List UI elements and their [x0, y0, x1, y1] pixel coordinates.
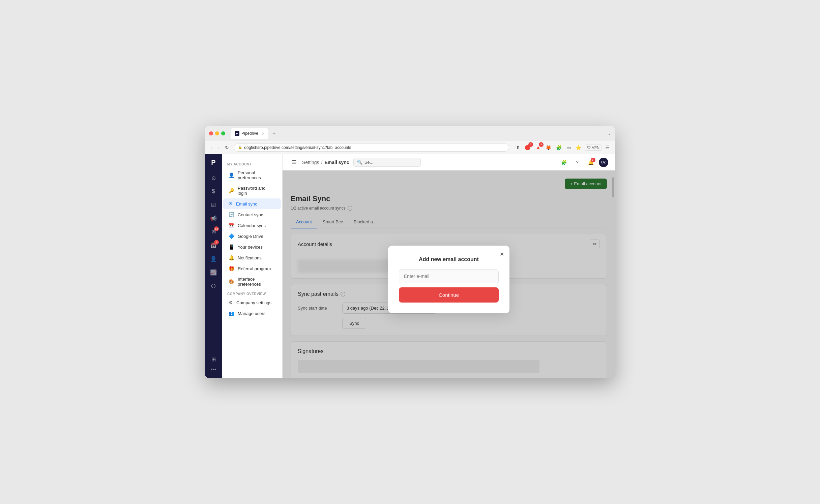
browser-window: P Pipedrive ✕ + ⌄ ‹ › ↻ 🔒 dogfishsro.pip… — [205, 126, 615, 378]
referral-label: Referral program — [238, 266, 271, 271]
close-button[interactable] — [209, 131, 213, 135]
sidebar-item-grid[interactable]: ⊞ — [207, 353, 219, 365]
calendar-sync-label: Calendar sync — [238, 223, 266, 228]
sidebar-item-analytics[interactable]: 📈 — [207, 266, 219, 278]
sidebar-item-devices[interactable]: 📱 Your devices — [223, 242, 281, 252]
sidebar-item-calendar-sync[interactable]: 📅 Calendar sync — [223, 220, 281, 231]
window-menu-icon: ⌄ — [608, 131, 611, 136]
continue-button[interactable]: Continue — [399, 287, 499, 303]
sidebar-item-personal[interactable]: 👤 Personal preferences — [223, 167, 281, 183]
breadcrumb-parent[interactable]: Settings — [302, 160, 319, 165]
sidebar-item-contact-sync[interactable]: 🔄 Contact sync — [223, 209, 281, 220]
email-input[interactable] — [399, 269, 499, 283]
add-email-modal: ✕ Add new email account Continue — [388, 246, 509, 313]
notifications-label: Notifications — [238, 255, 262, 260]
breadcrumb: Settings / Email sync — [302, 160, 349, 165]
devices-icon: 📱 — [229, 244, 234, 250]
search-bar[interactable]: 🔍 Se... — [353, 158, 421, 167]
devices-label: Your devices — [238, 245, 263, 250]
forward-button[interactable]: › — [216, 144, 222, 152]
app-logo[interactable]: P — [208, 157, 219, 168]
top-bar: ☰ Settings / Email sync 🔍 Se... 🧩 ? 🔔 — [283, 154, 615, 170]
modal-close-button[interactable]: ✕ — [500, 251, 504, 257]
tab-bar: P Pipedrive ✕ + — [231, 128, 605, 139]
my-account-label: MY ACCOUNT — [222, 160, 282, 167]
nav-buttons: ‹ › ↻ — [209, 144, 231, 152]
new-tab-button[interactable]: + — [270, 129, 278, 138]
calendar-badge: 8 — [214, 240, 219, 245]
browser-right-icons: ⬆ 🔴 2 🔺 4 🦊 🧩 ▭ ⭐ 🛡 VPN ☰ — [515, 144, 611, 152]
active-tab[interactable]: P Pipedrive ✕ — [231, 128, 268, 139]
browser-chrome: P Pipedrive ✕ + ⌄ — [205, 126, 615, 141]
sidebar-item-home[interactable]: ⊙ — [207, 172, 219, 184]
search-icon: 🔍 — [357, 160, 362, 165]
back-button[interactable]: ‹ — [209, 144, 215, 152]
reader-view-icon[interactable]: ▭ — [565, 144, 572, 152]
page-body: + Email account Email Sync 1/2 active em… — [283, 170, 615, 378]
vpn-label: VPN — [592, 146, 599, 150]
modal-overlay[interactable]: ✕ Add new email account Continue — [283, 170, 615, 378]
logo-text: P — [211, 159, 215, 166]
address-bar: ‹ › ↻ 🔒 dogfishsro.pipedrive.com/setting… — [205, 141, 615, 154]
url-text: dogfishsro.pipedrive.com/settings/email-… — [244, 145, 505, 150]
sidebar-item-contacts[interactable]: 👤 — [207, 253, 219, 265]
top-bar-right: 🧩 ? 🔔 1+ DZ — [558, 157, 608, 168]
google-drive-label: Google Drive — [238, 234, 263, 239]
email-badge: 13 — [214, 226, 219, 231]
sidebar-item-password[interactable]: 🔑 Password and login — [223, 183, 281, 198]
sidebar-item-company-settings[interactable]: ⚙ Company settings — [223, 297, 281, 308]
sidebar-item-google-drive[interactable]: 🔷 Google Drive — [223, 231, 281, 242]
referral-icon: 🎁 — [229, 266, 234, 271]
sidebar-item-referral[interactable]: 🎁 Referral program — [223, 263, 281, 274]
sidebar-item-manage-users[interactable]: 👥 Manage users — [223, 308, 281, 319]
reload-button[interactable]: ↻ — [223, 144, 231, 152]
company-settings-label: Company settings — [236, 300, 271, 305]
minimize-button[interactable] — [215, 131, 219, 135]
breadcrumb-separator: / — [321, 160, 323, 165]
tab-close-button[interactable]: ✕ — [262, 132, 264, 135]
app-sidebar: P ⊙ $ ☑ 📢 ✉ 13 📅 8 👤 📈 ⬡ ⊞ ••• — [205, 154, 222, 378]
contact-sync-label: Contact sync — [238, 212, 263, 217]
sidebar-item-email-sync[interactable]: ✉ Email sync — [223, 198, 281, 209]
extension-count-1: 2 — [528, 142, 533, 147]
vpn-icon: 🛡 — [587, 146, 591, 150]
help-icon[interactable]: ? — [572, 157, 583, 168]
company-settings-icon: ⚙ — [229, 300, 233, 305]
password-label: Password and login — [238, 186, 275, 196]
top-bar-icons: 🧩 ? 🔔 1+ DZ — [558, 157, 608, 168]
vpn-badge[interactable]: 🛡 VPN — [585, 145, 602, 151]
modal-title: Add new email account — [399, 256, 499, 262]
maximize-button[interactable] — [221, 131, 225, 135]
sidebar-item-interface[interactable]: 🎨 Interface preferences — [223, 274, 281, 289]
interface-icon: 🎨 — [229, 279, 234, 284]
extension-badge-2: 🔺 4 — [534, 144, 542, 152]
sidebar-item-campaigns[interactable]: 📢 — [207, 212, 219, 224]
tab-title: Pipedrive — [241, 131, 258, 136]
sidebar-toggle-button[interactable]: ☰ — [289, 158, 298, 167]
breadcrumb-current: Email sync — [324, 160, 349, 165]
notifications-icon-wrap: 🔔 1+ — [585, 157, 596, 168]
sidebar-more[interactable]: ••• — [211, 367, 216, 373]
email-sync-icon: ✉ — [229, 201, 233, 207]
sidebar-item-activities[interactable]: ☑ — [207, 199, 219, 211]
sidebar-item-calendar[interactable]: 📅 8 — [207, 239, 219, 251]
extensions-icon[interactable]: 🧩 — [555, 144, 563, 152]
extensions-top-icon[interactable]: 🧩 — [558, 157, 569, 168]
sidebar-item-notifications[interactable]: 🔔 Notifications — [223, 252, 281, 263]
sidebar-item-email[interactable]: ✉ 13 — [207, 226, 219, 238]
settings-sidebar: MY ACCOUNT 👤 Personal preferences 🔑 Pass… — [222, 154, 283, 378]
google-drive-icon: 🔷 — [229, 233, 234, 239]
sidebar-item-products[interactable]: ⬡ — [207, 280, 219, 292]
bookmark-icon[interactable]: ⭐ — [574, 144, 583, 152]
sidebar-item-deals[interactable]: $ — [207, 185, 219, 197]
traffic-lights — [209, 131, 225, 135]
search-placeholder: Se... — [364, 160, 374, 165]
share-icon[interactable]: ⬆ — [515, 144, 521, 152]
password-icon: 🔑 — [229, 188, 234, 193]
url-bar[interactable]: 🔒 dogfishsro.pipedrive.com/settings/emai… — [234, 144, 509, 152]
manage-users-label: Manage users — [238, 311, 265, 316]
avatar[interactable]: DZ — [599, 158, 608, 167]
menu-button[interactable]: ☰ — [604, 144, 611, 152]
profile-icon[interactable]: 🦊 — [544, 144, 553, 152]
extension-count-2: 4 — [539, 142, 544, 147]
